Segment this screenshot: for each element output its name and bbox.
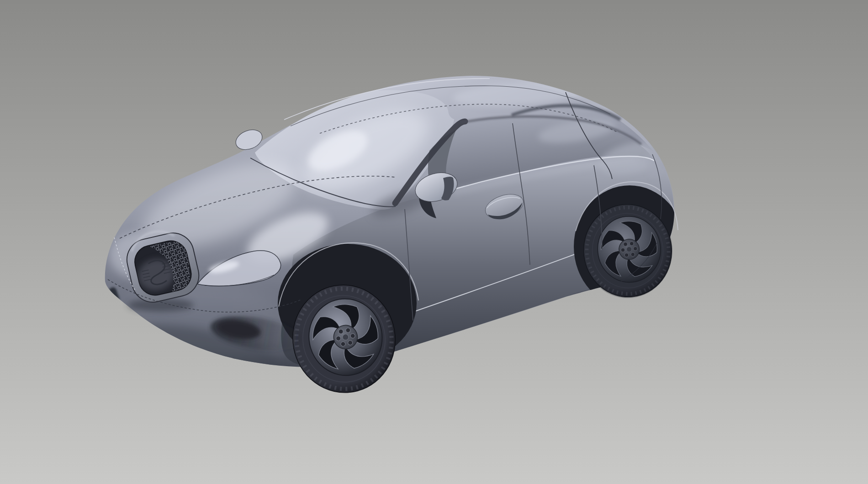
render-stage <box>0 0 868 484</box>
viewport-3d[interactable] <box>0 0 868 484</box>
rear-wheel-shade <box>583 203 672 298</box>
